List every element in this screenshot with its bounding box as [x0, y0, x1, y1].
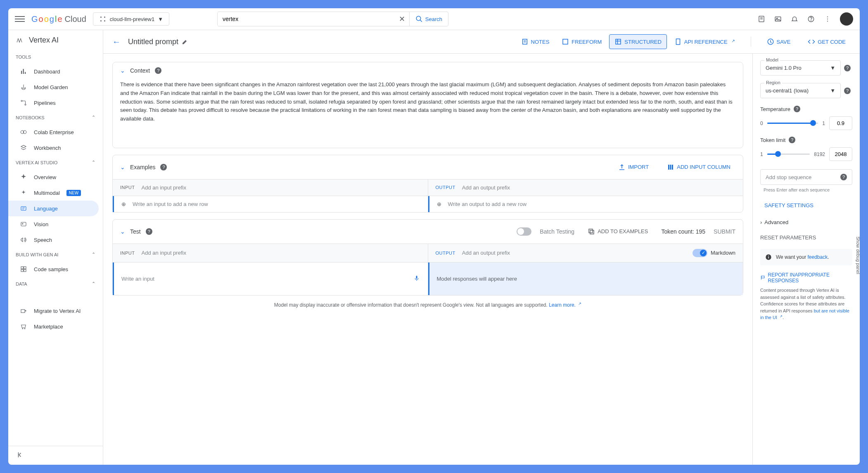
context-textarea[interactable]: There is evidence that there have been s… — [120, 80, 735, 141]
output-prefix-field[interactable]: Add an output prefix — [462, 184, 510, 191]
tab-structured[interactable]: STRUCTURED — [609, 34, 667, 49]
user-avatar[interactable] — [840, 12, 853, 26]
region-select[interactable]: us-central1 (Iowa)▼ — [760, 83, 841, 98]
sidebar-item-overview[interactable]: Overview — [8, 169, 103, 185]
markdown-toggle[interactable] — [693, 249, 707, 257]
search-button[interactable]: Search — [409, 12, 448, 26]
tab-api[interactable]: API REFERENCE — [669, 34, 740, 49]
input-prefix-field[interactable]: Add an input prefix — [142, 184, 186, 191]
submit-button[interactable]: SUBMIT — [714, 228, 735, 235]
mode-tabs: NOTES FREEFORM STRUCTURED API REFERENCE — [516, 34, 740, 49]
notebooks-header[interactable]: NOTEBOOKS⌃ — [8, 111, 103, 124]
temperature-slider[interactable] — [767, 123, 818, 124]
test-input-cell[interactable]: Write an input — [113, 263, 428, 295]
add-to-examples-button[interactable]: ADD TO EXAMPLES — [583, 225, 653, 239]
help-icon[interactable]: ? — [155, 67, 161, 74]
bell-icon[interactable] — [790, 15, 799, 23]
notes-icon[interactable] — [757, 15, 766, 23]
write-output-cell[interactable]: ⊕Write an output to add a new row — [428, 196, 743, 212]
sidebar-item-migrate[interactable]: Migrate to Vertex AI — [8, 303, 103, 319]
sidebar-item-pipelines[interactable]: Pipelines — [8, 95, 103, 111]
sidebar-item-marketplace[interactable]: Marketplace — [8, 319, 103, 334]
sidebar-item-label: Overview — [34, 174, 56, 180]
structured-icon — [614, 38, 622, 45]
svg-point-1 — [104, 17, 105, 18]
chevron-down-icon[interactable]: ⌄ — [120, 164, 125, 170]
tab-freeform[interactable]: FREEFORM — [557, 34, 607, 49]
edit-icon[interactable] — [182, 38, 188, 45]
feedback-link[interactable]: feedback — [807, 254, 828, 260]
input-label: INPUT — [120, 185, 135, 190]
reset-params-button[interactable]: RESET PARAMETERS — [760, 234, 852, 241]
chevron-down-icon[interactable]: ⌄ — [120, 67, 125, 74]
collapse-sidebar-button[interactable] — [8, 446, 103, 465]
search-clear-icon[interactable]: ✕ — [395, 14, 409, 24]
help-icon[interactable]: ? — [844, 88, 851, 94]
studio-header[interactable]: VERTEX AI STUDIO⌃ — [8, 156, 103, 169]
model-select[interactable]: Gemini 1.0 Pro▼ — [760, 60, 841, 76]
help-icon[interactable]: ? — [844, 65, 851, 71]
learn-more-link[interactable]: Learn more. — [549, 302, 581, 308]
test-write-row: Write an input Model responses will appe… — [113, 262, 743, 295]
token-input[interactable] — [829, 147, 852, 161]
write-input-cell[interactable]: ⊕Write an input to add a new row — [113, 196, 428, 212]
back-button[interactable]: ← — [112, 37, 121, 47]
input-prefix-field[interactable]: Add an input prefix — [142, 250, 186, 256]
import-button[interactable]: IMPORT — [613, 160, 654, 174]
chevron-up-icon: ⌃ — [92, 160, 95, 165]
output-prefix-field[interactable]: Add an output prefix — [462, 250, 510, 256]
google-cloud-logo[interactable]: Google Cloud — [31, 14, 86, 24]
examples-write-row: ⊕Write an input to add a new row ⊕Write … — [113, 196, 743, 212]
sidebar-item-label: Multimodal — [34, 190, 60, 196]
sparkle-icon — [20, 173, 27, 181]
data-header[interactable]: DATA⌃ — [8, 277, 103, 291]
token-slider[interactable] — [767, 154, 810, 155]
project-selector[interactable]: cloud-llm-preview1 ▼ — [93, 12, 169, 26]
svg-rect-28 — [21, 267, 23, 269]
debug-panel-tab[interactable]: Show debug panel — [856, 236, 861, 274]
report-link[interactable]: REPORT INAPPROPRIATE RESPONSES — [760, 272, 852, 284]
test-panel: ⌄ Test ? Batch Testing ADD TO EXAMPLES T… — [112, 219, 743, 296]
notes-icon — [521, 38, 529, 45]
project-icon — [99, 15, 107, 23]
token-max: 8192 — [814, 151, 825, 157]
feedback-box: We want your feedback. — [760, 249, 852, 265]
help-icon[interactable]: ? — [794, 106, 800, 112]
sidebar-item-vision[interactable]: Vision — [8, 216, 103, 232]
help-icon[interactable] — [807, 15, 815, 23]
migrate-icon — [20, 307, 27, 315]
output-label: OUTPUT — [436, 251, 455, 255]
help-icon[interactable]: ? — [840, 174, 847, 180]
examples-prefix-row: INPUTAdd an input prefix OUTPUTAdd an ou… — [113, 179, 743, 196]
tab-notes[interactable]: NOTES — [516, 34, 555, 49]
chevron-down-icon[interactable]: ⌄ — [120, 228, 125, 235]
sidebar-item-multimodal[interactable]: MultimodalNEW — [8, 185, 103, 201]
help-icon[interactable]: ? — [789, 137, 795, 143]
save-button[interactable]: SAVE — [762, 35, 796, 49]
sidebar-item-speech[interactable]: Speech — [8, 232, 103, 248]
feedback-text: We want your — [776, 254, 807, 260]
advanced-toggle[interactable]: › Advanced — [760, 217, 852, 228]
sidebar-item-dashboard[interactable]: Dashboard — [8, 64, 103, 79]
get-code-button[interactable]: GET CODE — [803, 35, 851, 49]
sidebar-item-language[interactable]: Language — [8, 201, 99, 216]
more-icon[interactable] — [823, 15, 832, 23]
batch-toggle[interactable] — [517, 227, 531, 236]
sidebar-item-code-samples[interactable]: Code samples — [8, 261, 103, 277]
svg-rect-43 — [676, 39, 680, 45]
search-input[interactable] — [218, 12, 395, 26]
image-icon[interactable] — [774, 15, 782, 23]
help-icon[interactable]: ? — [146, 228, 152, 235]
temperature-input[interactable] — [829, 116, 852, 130]
add-column-button[interactable]: ADD INPUT COLUMN — [662, 160, 735, 174]
help-icon[interactable]: ? — [160, 164, 167, 170]
sidebar-item-colab[interactable]: Colab Enterprise — [8, 124, 103, 140]
build-header[interactable]: BUILD WITH GEN AI⌃ — [8, 248, 103, 261]
safety-settings-link[interactable]: SAFETY SETTINGS — [764, 200, 852, 211]
language-icon — [20, 205, 27, 212]
sidebar-item-model-garden[interactable]: Model Garden — [8, 79, 103, 95]
mic-icon[interactable] — [413, 274, 420, 283]
sidebar-item-workbench[interactable]: Workbench — [8, 140, 103, 156]
stop-sequence-input[interactable]: Add stop sequence? — [760, 169, 852, 185]
menu-icon[interactable] — [15, 14, 25, 24]
